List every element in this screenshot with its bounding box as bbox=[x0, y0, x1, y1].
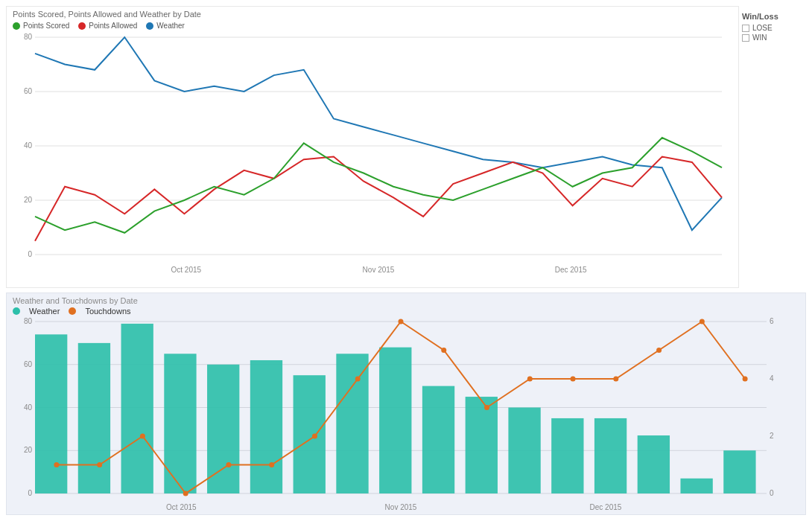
svg-rect-43 bbox=[594, 418, 627, 493]
svg-text:0: 0 bbox=[770, 489, 774, 497]
svg-text:40: 40 bbox=[24, 403, 33, 412]
top-chart-svg: 020406080Oct 2015Nov 2015Dec 2015 bbox=[7, 31, 729, 277]
touchdowns-legend-label: Touchdowns bbox=[85, 307, 130, 316]
svg-point-53 bbox=[312, 434, 317, 439]
svg-point-59 bbox=[571, 377, 576, 382]
svg-rect-35 bbox=[250, 360, 282, 493]
win-label: WIN bbox=[752, 33, 767, 42]
svg-text:20: 20 bbox=[24, 196, 33, 204]
points-allowed-legend-label: Points Allowed bbox=[89, 22, 137, 30]
svg-text:Nov 2015: Nov 2015 bbox=[363, 266, 395, 274]
svg-point-62 bbox=[700, 319, 705, 325]
svg-rect-44 bbox=[638, 435, 670, 493]
svg-point-48 bbox=[97, 462, 102, 467]
svg-text:60: 60 bbox=[24, 360, 33, 368]
win-loss-title: Win/Loss bbox=[742, 12, 803, 21]
svg-text:4: 4 bbox=[770, 374, 774, 383]
svg-rect-33 bbox=[164, 354, 196, 493]
bottom-chart-title: Weather and Touchdowns by Date bbox=[7, 293, 805, 307]
svg-rect-36 bbox=[294, 375, 326, 493]
svg-rect-31 bbox=[78, 343, 110, 493]
svg-point-52 bbox=[269, 462, 274, 467]
svg-text:0: 0 bbox=[28, 250, 32, 258]
weather-legend-dot bbox=[146, 22, 153, 30]
svg-rect-46 bbox=[723, 450, 755, 493]
svg-point-61 bbox=[656, 348, 662, 353]
svg-text:Oct 2015: Oct 2015 bbox=[171, 266, 202, 274]
svg-rect-40 bbox=[466, 397, 498, 493]
svg-rect-34 bbox=[207, 365, 239, 493]
svg-point-50 bbox=[183, 491, 188, 496]
svg-text:40: 40 bbox=[24, 141, 33, 150]
svg-text:6: 6 bbox=[770, 317, 774, 325]
svg-text:0: 0 bbox=[28, 489, 32, 497]
lose-item: LOSE bbox=[742, 24, 803, 32]
svg-point-56 bbox=[441, 348, 446, 353]
points-scored-legend-dot bbox=[13, 22, 20, 30]
lose-box bbox=[742, 25, 749, 32]
weather-bar-legend-dot bbox=[13, 307, 20, 315]
svg-point-55 bbox=[399, 319, 404, 325]
touchdowns-legend-dot bbox=[69, 307, 76, 315]
svg-text:20: 20 bbox=[24, 446, 33, 454]
points-scored-legend-label: Points Scored bbox=[23, 22, 69, 30]
svg-rect-38 bbox=[379, 348, 411, 493]
bottom-chart-svg: 0204060800246Oct 2015Nov 2015Dec 2015 bbox=[7, 317, 796, 514]
svg-rect-41 bbox=[508, 408, 540, 494]
weather-legend-label: Weather bbox=[156, 22, 185, 30]
svg-point-60 bbox=[613, 377, 618, 382]
svg-text:Dec 2015: Dec 2015 bbox=[555, 266, 587, 274]
svg-point-49 bbox=[140, 434, 145, 439]
win-box bbox=[742, 34, 749, 42]
svg-text:Nov 2015: Nov 2015 bbox=[385, 503, 417, 511]
svg-text:60: 60 bbox=[24, 87, 33, 95]
svg-rect-32 bbox=[121, 324, 153, 493]
svg-point-51 bbox=[226, 462, 231, 467]
svg-point-47 bbox=[54, 462, 59, 467]
svg-rect-42 bbox=[551, 418, 583, 493]
top-chart-title: Points Scored, Points Allowed and Weathe… bbox=[7, 7, 738, 20]
svg-rect-39 bbox=[422, 386, 454, 493]
weather-bar-legend-label: Weather bbox=[29, 307, 60, 316]
lose-label: LOSE bbox=[752, 24, 773, 32]
win-item: WIN bbox=[742, 33, 803, 42]
svg-text:80: 80 bbox=[24, 33, 33, 41]
svg-point-54 bbox=[355, 377, 361, 382]
svg-rect-45 bbox=[680, 479, 712, 493]
svg-text:80: 80 bbox=[24, 317, 33, 325]
svg-point-63 bbox=[743, 377, 748, 382]
svg-text:2: 2 bbox=[770, 432, 774, 440]
svg-rect-37 bbox=[336, 354, 368, 493]
svg-rect-30 bbox=[35, 334, 67, 493]
points-allowed-legend-dot bbox=[78, 22, 86, 30]
svg-point-57 bbox=[484, 405, 489, 410]
svg-point-58 bbox=[527, 377, 533, 382]
svg-text:Dec 2015: Dec 2015 bbox=[590, 503, 622, 511]
svg-text:Oct 2015: Oct 2015 bbox=[166, 503, 197, 511]
